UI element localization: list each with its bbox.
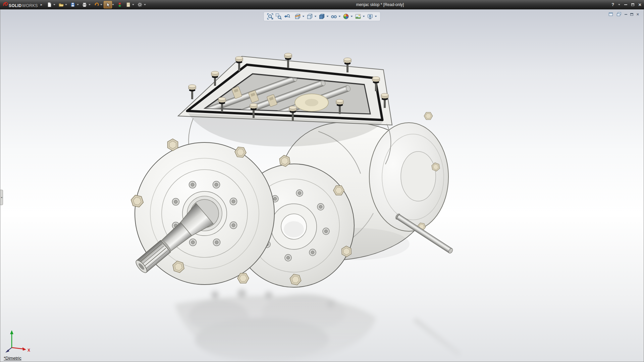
hide-show-items-icon[interactable] — [330, 13, 338, 20]
save-icon[interactable] — [68, 1, 77, 8]
view-orientation-dropdown[interactable] — [315, 16, 317, 17]
undo-icon[interactable] — [92, 1, 100, 8]
open-dropdown[interactable] — [65, 4, 67, 5]
zoom-to-area-icon[interactable] — [275, 13, 283, 20]
menu-expand-arrow[interactable]: ▸ — [41, 3, 42, 6]
restore-document-icon[interactable] — [630, 13, 633, 16]
zoom-to-fit-icon[interactable] — [266, 13, 274, 20]
edit-appearance-icon[interactable] — [342, 13, 350, 20]
app-logo: SOLID WORKS — [3, 1, 38, 8]
new-window-icon[interactable] — [608, 12, 613, 17]
close-icon[interactable]: × — [638, 2, 641, 7]
view-settings-icon[interactable] — [366, 13, 374, 20]
display-style-dropdown[interactable] — [327, 16, 329, 17]
select-cursor-icon[interactable] — [104, 1, 112, 8]
restore-icon[interactable] — [631, 3, 634, 6]
titlebar: SOLID WORKS ▸ — [0, 0, 644, 9]
previous-view-icon[interactable] — [283, 13, 291, 20]
panel-collapse-handle[interactable]: ◂ — [0, 190, 3, 205]
edit-appearance-dropdown[interactable] — [351, 16, 353, 17]
options-dropdown[interactable] — [144, 4, 146, 5]
close-document-icon[interactable]: × — [636, 12, 639, 16]
graphics-viewport[interactable]: × ◂ X *Dimetric — [0, 9, 644, 362]
hide-show-items-dropdown[interactable] — [339, 16, 341, 17]
gearbox-model — [0, 9, 644, 362]
minimize-icon[interactable] — [624, 4, 627, 5]
print-icon[interactable] — [80, 1, 89, 8]
help-dropdown[interactable] — [618, 4, 620, 5]
undo-dropdown[interactable] — [100, 4, 102, 5]
solidworks-window: SOLID WORKS ▸ — [0, 0, 644, 362]
triad-x-arrow — [22, 347, 26, 351]
display-style-icon[interactable] — [318, 13, 326, 20]
document-window-controls: × — [608, 12, 639, 17]
ds-logo-icon — [3, 1, 8, 7]
section-view-icon[interactable] — [294, 13, 302, 20]
file-properties-dropdown[interactable] — [132, 4, 134, 5]
cascade-windows-icon[interactable] — [616, 12, 622, 17]
triad-y-arrow — [10, 330, 13, 334]
file-properties-icon[interactable] — [124, 1, 132, 8]
model-reflection — [175, 289, 461, 362]
logo-text-solid: SOLID — [9, 3, 22, 8]
apply-scene-icon[interactable] — [354, 13, 362, 20]
apply-scene-dropdown[interactable] — [363, 16, 365, 17]
logo-text-works: WORKS — [22, 3, 38, 8]
options-icon[interactable] — [136, 1, 144, 8]
headsup-view-toolbar — [264, 12, 381, 21]
new-dropdown[interactable] — [53, 4, 55, 5]
view-orientation-icon[interactable] — [306, 13, 314, 20]
minimize-document-icon[interactable] — [625, 14, 627, 15]
orientation-triad: X — [4, 327, 34, 354]
new-document-icon[interactable] — [45, 1, 53, 8]
triad-x-label: X — [28, 348, 30, 353]
view-orientation-label: *Dimetric — [4, 356, 21, 361]
window-title: menjac sklop * [Read-only] — [356, 2, 404, 7]
open-icon[interactable] — [57, 1, 65, 8]
help-icon[interactable]: ? — [611, 2, 614, 7]
section-view-dropdown[interactable] — [303, 16, 305, 17]
print-dropdown[interactable] — [89, 4, 91, 5]
view-settings-dropdown[interactable] — [375, 16, 377, 17]
rebuild-icon[interactable] — [115, 1, 124, 8]
select-dropdown[interactable] — [112, 4, 114, 5]
save-dropdown[interactable] — [77, 4, 79, 5]
window-controls: ? × — [611, 2, 641, 7]
